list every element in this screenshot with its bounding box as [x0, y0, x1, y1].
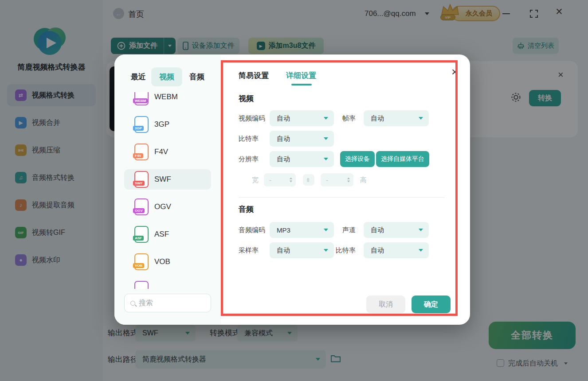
audio-bitrate-value: 自动 — [371, 246, 384, 255]
width-stepper[interactable]: - — [264, 173, 296, 187]
file-type-icon: 3GP — [134, 116, 149, 133]
chevron-down-icon — [419, 117, 423, 120]
app-window: 简鹿视频格式转换器 ⇄ 视频格式转换 ▶ 视频合并 »« 视频压缩 — [0, 0, 588, 381]
format-list-item[interactable]: F4V F4V — [124, 142, 211, 162]
stepper-arrows-icon[interactable] — [290, 178, 292, 183]
height-value: - — [326, 176, 328, 184]
samplerate-value: 自动 — [277, 246, 290, 255]
video-section-heading: 视频 — [239, 93, 254, 104]
chevron-down-icon — [324, 137, 328, 140]
bitrate-value: 自动 — [277, 135, 290, 143]
format-list-item[interactable]: 3GP 3GP — [124, 114, 211, 135]
file-type-icon: OGV — [134, 198, 149, 215]
confirm-button[interactable]: 确定 — [412, 295, 451, 313]
format-name: WEBM — [154, 93, 178, 101]
select-platform-button[interactable]: 选择自媒体平台 — [376, 151, 429, 167]
video-codec-value: 自动 — [277, 114, 290, 123]
audio-codec-value: MP3 — [277, 226, 290, 234]
dialog-close-icon[interactable]: × — [451, 66, 458, 78]
active-tab-underline — [291, 84, 312, 86]
height-label: 高 — [360, 173, 367, 187]
framerate-label: 帧率 — [327, 110, 356, 126]
chevron-down-icon — [419, 229, 423, 231]
format-list-item[interactable]: SWF SWF — [124, 169, 211, 190]
file-type-icon: F4V — [134, 144, 149, 160]
select-device-button[interactable]: 选择设备 — [340, 151, 375, 167]
tab-video[interactable]: 视频 — [151, 67, 182, 86]
bitrate-select[interactable]: 自动 — [270, 131, 334, 147]
width-value: - — [269, 176, 271, 184]
format-settings-dialog: 最近 视频 音频 WEBM WEBM — [114, 54, 470, 325]
search-input[interactable] — [139, 299, 201, 307]
tab-recent[interactable]: 最近 — [131, 72, 146, 82]
resolution-value: 自动 — [277, 155, 290, 163]
format-list-item[interactable]: WEBM WEBM — [124, 92, 211, 107]
audio-bitrate-label: 比特率 — [327, 242, 356, 258]
tab-detailed-settings[interactable]: 详细设置 — [286, 70, 316, 81]
format-name: F4V — [154, 148, 168, 156]
width-label: 宽 — [252, 173, 259, 187]
format-list-item-partial[interactable] — [124, 279, 211, 289]
channel-select[interactable]: 自动 — [364, 222, 429, 238]
section-divider — [239, 197, 444, 198]
video-codec-label: 视频编码 — [239, 110, 265, 126]
file-type-icon: SWF — [134, 171, 149, 188]
stepper-arrows-icon[interactable] — [347, 178, 350, 183]
tab-simple-settings[interactable]: 简易设置 — [239, 70, 269, 81]
video-codec-select[interactable]: 自动 — [270, 110, 334, 126]
format-name: VOB — [154, 257, 170, 266]
height-stepper[interactable]: - — [321, 173, 353, 187]
format-name: OGV — [154, 202, 171, 211]
resolution-label: 分辨率 — [239, 151, 259, 167]
format-list: WEBM WEBM 3GP 3GP — [114, 92, 221, 272]
file-type-icon: ASF — [134, 226, 149, 243]
tab-audio[interactable]: 音频 — [189, 72, 204, 82]
audio-codec-select[interactable]: MP3 — [270, 222, 334, 238]
framerate-select[interactable]: 自动 — [364, 110, 429, 126]
samplerate-label: 采样率 — [239, 242, 259, 258]
format-list-viewport: WEBM WEBM 3GP 3GP — [114, 92, 221, 289]
file-type-icon: VOB — [134, 253, 149, 270]
audio-section-heading: 音频 — [239, 204, 254, 214]
format-name: ASF — [154, 230, 169, 239]
channel-value: 自动 — [371, 226, 384, 234]
channel-label: 声道 — [327, 222, 356, 238]
chevron-down-icon — [324, 158, 328, 160]
bitrate-label: 比特率 — [239, 131, 259, 147]
format-chooser-panel: 最近 视频 音频 WEBM WEBM — [114, 54, 221, 325]
aspect-link-icon[interactable]: ∞ — [303, 174, 314, 186]
cancel-button[interactable]: 取消 — [366, 295, 405, 313]
framerate-value: 自动 — [371, 114, 384, 123]
format-search — [124, 294, 211, 312]
format-list-item[interactable]: ASF ASF — [124, 224, 211, 245]
chevron-down-icon — [419, 249, 423, 252]
format-name: SWF — [154, 175, 171, 184]
audio-bitrate-select[interactable]: 自动 — [364, 242, 429, 258]
audio-codec-label: 音频编码 — [239, 222, 265, 238]
samplerate-select[interactable]: 自动 — [270, 242, 334, 258]
file-type-icon: WEBM — [134, 92, 149, 105]
file-type-icon — [134, 281, 149, 289]
resolution-select[interactable]: 自动 — [270, 151, 334, 167]
format-list-item[interactable]: OGV OGV — [124, 197, 211, 217]
search-icon — [130, 301, 135, 306]
format-name: 3GP — [154, 120, 169, 129]
format-list-item[interactable]: VOB VOB — [124, 252, 211, 272]
